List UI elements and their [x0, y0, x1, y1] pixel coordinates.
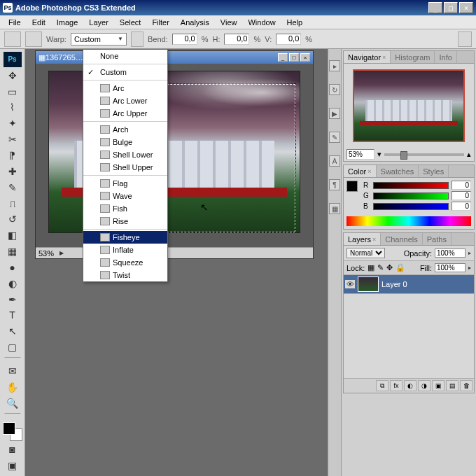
lock-move-icon[interactable]: ✥	[386, 263, 393, 272]
shape-tool[interactable]: ▢	[4, 340, 22, 355]
menu-file[interactable]: File	[3, 17, 27, 28]
foreground-color[interactable]	[3, 422, 15, 435]
g-slider[interactable]	[373, 192, 449, 200]
pen-tool[interactable]: ✒	[4, 292, 22, 307]
dock-brush-icon[interactable]: ✎	[329, 132, 340, 143]
r-value[interactable]: 0	[451, 181, 471, 190]
document-titlebar[interactable]: ▦ 1367265…% (Layer 0, RGB/8#) _ □ ×	[36, 51, 313, 64]
close-button[interactable]: ×	[459, 2, 473, 13]
tab-swatches[interactable]: Swatches	[377, 165, 419, 177]
tab-channels[interactable]: Channels	[381, 233, 422, 245]
transform-marquee[interactable]	[153, 84, 295, 232]
fx-icon[interactable]: fx	[390, 380, 402, 391]
ps-logo-icon[interactable]: Ps	[4, 52, 22, 67]
wand-tool[interactable]: ✦	[4, 115, 22, 131]
layer-item[interactable]: 👁 Layer 0	[344, 275, 474, 294]
folder-icon[interactable]: ▣	[432, 380, 444, 391]
blend-mode-select[interactable]: Normal	[346, 248, 385, 258]
blur-tool[interactable]: ●	[4, 260, 22, 275]
zoom-in-icon[interactable]: ▴	[467, 150, 471, 159]
menu-select[interactable]: Select	[114, 17, 147, 28]
dd-wave[interactable]: Wave	[83, 190, 167, 202]
r-slider[interactable]	[373, 182, 449, 189]
zoom-tool[interactable]: 🔍	[4, 396, 22, 411]
dd-bulge[interactable]: Bulge	[83, 136, 167, 148]
healing-tool[interactable]: ✚	[4, 164, 22, 179]
menu-window[interactable]: Window	[242, 17, 281, 28]
move-tool[interactable]: ✥	[4, 68, 22, 83]
nav-zoom-input[interactable]: 53%	[346, 149, 374, 160]
color-fg-bg[interactable]	[344, 178, 360, 215]
lock-brush-icon[interactable]: ✎	[377, 263, 384, 272]
new-layer-icon[interactable]: ▤	[446, 380, 458, 391]
type-tool[interactable]: T	[4, 308, 22, 323]
visibility-icon[interactable]: 👁	[345, 280, 355, 288]
lasso-tool[interactable]: ⌇	[4, 100, 22, 115]
dd-squeeze[interactable]: Squeeze	[83, 256, 167, 269]
dd-twist[interactable]: Twist	[83, 269, 167, 281]
layer-name[interactable]: Layer 0	[382, 280, 407, 288]
dd-inflate[interactable]: Inflate	[83, 244, 167, 256]
dock-char-icon[interactable]: A	[329, 155, 340, 167]
tab-paths[interactable]: Paths	[423, 233, 451, 245]
layer-thumbnail[interactable]	[358, 276, 379, 292]
color-spectrum[interactable]	[346, 216, 471, 226]
zoom-out-icon[interactable]: ▾	[377, 150, 382, 159]
menu-filter[interactable]: Filter	[146, 17, 174, 28]
screenmode-tool[interactable]: ▣	[4, 458, 22, 473]
grid-icon[interactable]	[25, 31, 42, 47]
eyedropper-tool[interactable]: ⁋	[4, 148, 22, 163]
menu-view[interactable]: View	[215, 17, 243, 28]
doc-minimize-button[interactable]: _	[278, 53, 288, 62]
orientation-icon[interactable]	[131, 31, 144, 47]
dd-fisheye[interactable]: Fisheye	[83, 231, 167, 244]
transform-icon[interactable]	[4, 31, 21, 47]
b-slider[interactable]	[373, 203, 449, 210]
tab-navigator[interactable]: Navigator×	[344, 51, 391, 63]
dock-comp-icon[interactable]: ▦	[329, 203, 340, 214]
doc-close-button[interactable]: ×	[300, 53, 310, 62]
minimize-button[interactable]: _	[428, 2, 442, 13]
crop-tool[interactable]: ✂	[4, 132, 22, 147]
doc-maximize-button[interactable]: □	[289, 53, 299, 62]
warp-select[interactable]: Custom ▼	[71, 33, 127, 46]
dd-custom[interactable]: ✓Custom	[83, 66, 167, 78]
maximize-button[interactable]: □	[444, 2, 458, 13]
tab-layers[interactable]: Layers×	[344, 233, 381, 245]
fill-input[interactable]: 100%	[435, 263, 465, 272]
dock-icon-1[interactable]: ▸	[329, 60, 340, 71]
history-brush-tool[interactable]: ↺	[4, 211, 22, 227]
dock-para-icon[interactable]: ¶	[329, 179, 340, 190]
menu-image[interactable]: Image	[51, 17, 84, 28]
trash-icon[interactable]: 🗑	[460, 380, 472, 391]
dd-shell-upper[interactable]: Shell Upper	[83, 161, 167, 174]
tab-histogram[interactable]: Histogram	[391, 51, 435, 63]
opacity-input[interactable]: 100%	[435, 248, 465, 258]
color-swatch[interactable]	[3, 422, 22, 442]
adjustment-icon[interactable]: ◑	[418, 380, 430, 391]
menu-edit[interactable]: Edit	[27, 17, 51, 28]
lock-pixels-icon[interactable]: ▦	[368, 263, 374, 272]
dd-arc-lower[interactable]: Arc Lower	[83, 94, 167, 107]
notes-tool[interactable]: ✉	[4, 363, 22, 379]
quickmask-tool[interactable]: ◙	[4, 442, 22, 457]
h-input[interactable]: 0,0	[224, 34, 249, 45]
dd-none[interactable]: None	[83, 50, 167, 62]
lock-all-icon[interactable]: 🔒	[396, 263, 405, 272]
tab-color[interactable]: Color×	[344, 165, 377, 177]
dd-arc[interactable]: Arc	[83, 82, 167, 94]
navigator-thumbnail[interactable]	[353, 69, 465, 142]
dd-shell-lower[interactable]: Shell Lower	[83, 148, 167, 161]
menu-layer[interactable]: Layer	[83, 17, 114, 28]
dock-history-icon[interactable]: ↻	[329, 84, 340, 95]
g-value[interactable]: 0	[451, 191, 471, 200]
brush-tool[interactable]: ✎	[4, 180, 22, 195]
menu-help[interactable]: Help	[281, 17, 309, 28]
marquee-tool[interactable]: ▭	[4, 84, 22, 99]
bend-input[interactable]: 0,0	[172, 34, 197, 45]
zoom-slider[interactable]	[384, 153, 464, 156]
gradient-tool[interactable]: ▦	[4, 244, 22, 259]
hand-tool[interactable]: ✋	[4, 379, 22, 395]
document-canvas[interactable]	[36, 64, 313, 247]
dodge-tool[interactable]: ◐	[4, 276, 22, 291]
